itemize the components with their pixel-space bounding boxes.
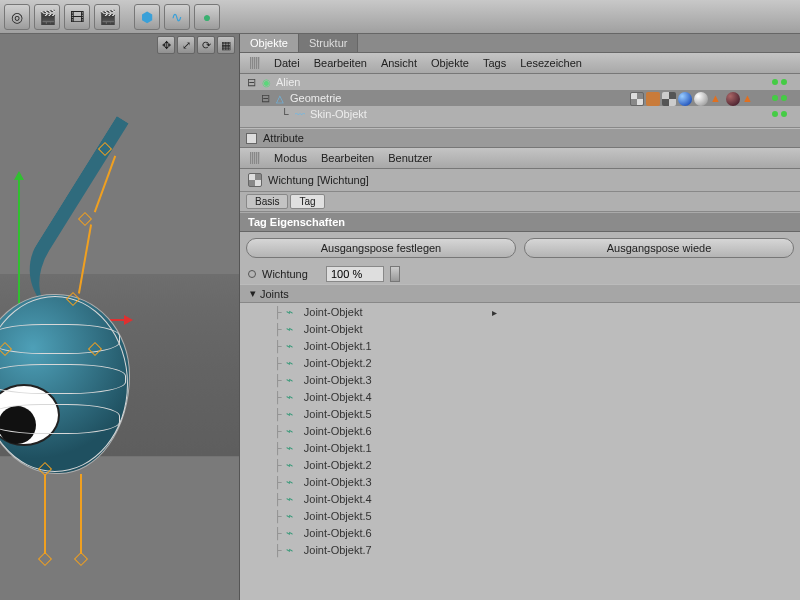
joint-row[interactable]: ├⌁Joint-Objekt.2	[240, 456, 800, 473]
weight-label: Wichtung	[262, 268, 320, 280]
object-hierarchy[interactable]: ⊟ ◉ Alien ⊟ △ Geometrie └ 〰 Skin-Objekt	[240, 74, 800, 128]
joint-row[interactable]: ├⌁Joint-Objekt.1	[240, 439, 800, 456]
film-icon[interactable]: 🎞	[64, 4, 90, 30]
tag-texture-icon[interactable]	[646, 92, 660, 106]
set-bind-pose-button[interactable]: Ausgangspose festlegen	[246, 238, 516, 258]
joint-name[interactable]: Joint-Objekt.1	[304, 340, 372, 352]
joint-row[interactable]: ├⌁Joint-Objekt.6	[240, 524, 800, 541]
menu-edit[interactable]: Bearbeiten	[314, 57, 367, 69]
joint-name[interactable]: Joint-Objekt.6	[304, 425, 372, 437]
object-name[interactable]: Geometrie	[290, 92, 341, 104]
tree-branch-icon: ├	[274, 391, 282, 403]
menu-mode[interactable]: Modus	[274, 152, 307, 164]
clapper-icon[interactable]: 🎬	[34, 4, 60, 30]
weight-input[interactable]	[326, 266, 384, 282]
joint-name[interactable]: Joint-Objekt.2	[304, 459, 372, 471]
joint-icon: ⌁	[286, 424, 300, 438]
joint-name[interactable]: Joint-Objekt.3	[304, 374, 372, 386]
joint-row[interactable]: ├⌁Joint-Objekt.5	[240, 405, 800, 422]
tree-branch-icon: ├	[274, 527, 282, 539]
menu-file[interactable]: Datei	[274, 57, 300, 69]
expand-caret-icon[interactable]: ▸	[492, 307, 497, 318]
tab-objects[interactable]: Objekte	[240, 34, 299, 52]
viewport-zoom-icon[interactable]: ⤢	[177, 36, 195, 54]
joint-name[interactable]: Joint-Objekt	[304, 306, 363, 318]
joint-name[interactable]: Joint-Objekt.4	[304, 493, 372, 505]
tag-warning2-icon[interactable]: ▲	[742, 92, 756, 106]
tag-weight-icon[interactable]	[630, 92, 644, 106]
menu-user[interactable]: Benutzer	[388, 152, 432, 164]
joint-row[interactable]: ├⌁Joint-Objekt	[240, 320, 800, 337]
joint-row[interactable]: ├⌁Joint-Objekt.3	[240, 371, 800, 388]
disclosure-icon[interactable]: ⊟	[260, 92, 270, 105]
joint-name[interactable]: Joint-Objekt.1	[304, 442, 372, 454]
joint-row[interactable]: ├⌁Joint-Objekt	[240, 303, 800, 320]
joint-row[interactable]: ├⌁Joint-Objekt.6	[240, 422, 800, 439]
attribute-subtabs: Basis Tag	[240, 192, 800, 212]
link-icon[interactable]: ∿	[164, 4, 190, 30]
joints-label: Joints	[260, 288, 289, 300]
tree-branch-icon: ├	[274, 306, 282, 318]
joint-name[interactable]: Joint-Objekt	[304, 323, 363, 335]
viewport-move-icon[interactable]: ✥	[157, 36, 175, 54]
joint-icon: ⌁	[286, 356, 300, 370]
joint-row[interactable]: ├⌁Joint-Objekt.1	[240, 337, 800, 354]
joint-name[interactable]: Joint-Objekt.2	[304, 357, 372, 369]
tag-checker-icon[interactable]	[662, 92, 676, 106]
joint-row[interactable]: ├⌁Joint-Objekt.4	[240, 388, 800, 405]
3d-viewport[interactable]: ✥ ⤢ ⟳ ▦	[0, 34, 240, 600]
joint-row[interactable]: ├⌁Joint-Objekt.5	[240, 507, 800, 524]
tag-sphere-blue-icon[interactable]	[678, 92, 692, 106]
attribute-title: Wichtung [Wichtung]	[268, 174, 369, 186]
menu-edit2[interactable]: Bearbeiten	[321, 152, 374, 164]
joint-name[interactable]: Joint-Objekt.6	[304, 527, 372, 539]
joint-icon: ⌁	[286, 390, 300, 404]
joints-header[interactable]: ▾ Joints	[240, 284, 800, 303]
tag-warning-icon[interactable]: ▲	[710, 92, 724, 106]
chevron-down-icon[interactable]: ▾	[250, 287, 256, 300]
joint-icon: ⌁	[286, 407, 300, 421]
hierarchy-row-skin[interactable]: └ 〰 Skin-Objekt	[240, 106, 800, 122]
object-name[interactable]: Skin-Objekt	[310, 108, 367, 120]
tree-branch-icon: ├	[274, 493, 282, 505]
tree-branch-icon: ├	[274, 442, 282, 454]
tag-sphere-dark-icon[interactable]	[726, 92, 740, 106]
menu-bookmarks[interactable]: Lesezeichen	[520, 57, 582, 69]
tree-branch-icon: ├	[274, 323, 282, 335]
joint-row[interactable]: ├⌁Joint-Objekt.2	[240, 354, 800, 371]
reset-bind-pose-button[interactable]: Ausgangspose wiede	[524, 238, 794, 258]
menu-view[interactable]: Ansicht	[381, 57, 417, 69]
attribute-toggle[interactable]	[246, 133, 257, 144]
weight-spinner[interactable]	[390, 266, 400, 282]
tag-sphere-white-icon[interactable]	[694, 92, 708, 106]
joint-row[interactable]: ├⌁Joint-Objekt.3	[240, 473, 800, 490]
subtab-basis[interactable]: Basis	[246, 194, 288, 209]
joint-name[interactable]: Joint-Objekt.4	[304, 391, 372, 403]
cube-icon[interactable]: ◎	[4, 4, 30, 30]
joint-name[interactable]: Joint-Objekt.5	[304, 408, 372, 420]
viewport-maximize-icon[interactable]: ▦	[217, 36, 235, 54]
joint-icon: ⌁	[286, 373, 300, 387]
object-name[interactable]: Alien	[276, 76, 300, 88]
joint-icon: ⌁	[286, 305, 300, 319]
viewport-rotate-icon[interactable]: ⟳	[197, 36, 215, 54]
sphere-icon[interactable]: ●	[194, 4, 220, 30]
menu-tags[interactable]: Tags	[483, 57, 506, 69]
polygon-icon: △	[273, 91, 287, 105]
joint-name[interactable]: Joint-Objekt.7	[304, 544, 372, 556]
joint-row[interactable]: ├⌁Joint-Objekt.4	[240, 490, 800, 507]
tree-branch-icon: ├	[274, 340, 282, 352]
joints-list[interactable]: ▸ ├⌁Joint-Objekt├⌁Joint-Objekt├⌁Joint-Ob…	[240, 303, 800, 600]
cube2-icon[interactable]: ⬢	[134, 4, 160, 30]
menu-objects[interactable]: Objekte	[431, 57, 469, 69]
joint-name[interactable]: Joint-Objekt.5	[304, 510, 372, 522]
hierarchy-row-alien[interactable]: ⊟ ◉ Alien	[240, 74, 800, 90]
tab-structure[interactable]: Struktur	[299, 34, 359, 52]
disclosure-icon[interactable]: ⊟	[246, 76, 256, 89]
joint-name[interactable]: Joint-Objekt.3	[304, 476, 372, 488]
subtab-tag[interactable]: Tag	[290, 194, 324, 209]
main-toolbar: ◎ 🎬 🎞 🎬 ⬢ ∿ ●	[0, 0, 800, 34]
panel-tabs: Objekte Struktur	[240, 34, 800, 53]
joint-row[interactable]: ├⌁Joint-Objekt.7	[240, 541, 800, 558]
clapper2-icon[interactable]: 🎬	[94, 4, 120, 30]
